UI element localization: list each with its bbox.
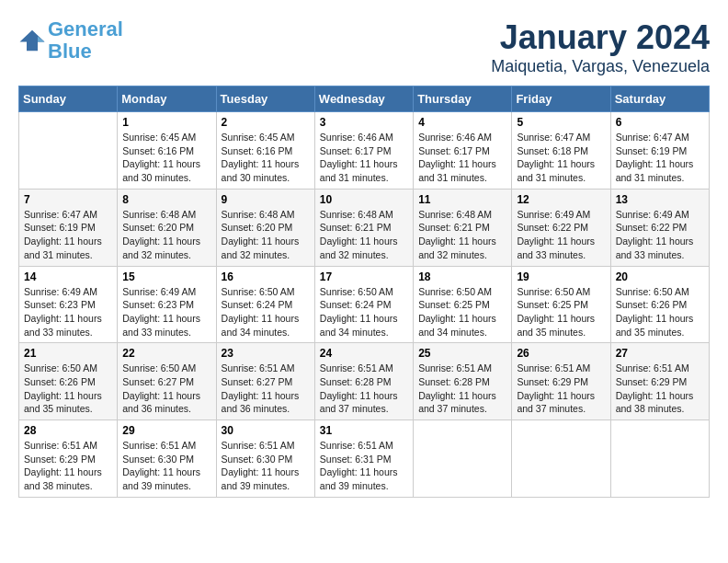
calendar-cell: 26Sunrise: 6:51 AMSunset: 6:29 PMDayligh… [512, 343, 610, 420]
day-info: Sunrise: 6:50 AMSunset: 6:24 PMDaylight:… [222, 285, 310, 339]
calendar-cell: 5Sunrise: 6:47 AMSunset: 6:18 PMDaylight… [512, 112, 610, 190]
calendar-cell: 12Sunrise: 6:49 AMSunset: 6:22 PMDayligh… [512, 189, 610, 266]
day-info: Sunrise: 6:46 AMSunset: 6:17 PMDaylight:… [418, 131, 506, 185]
calendar-cell: 6Sunrise: 6:47 AMSunset: 6:19 PMDaylight… [610, 112, 709, 190]
day-number: 18 [418, 270, 506, 283]
logo: General Blue [18, 18, 123, 63]
logo-icon [18, 27, 46, 54]
calendar-cell [512, 420, 610, 498]
day-number: 26 [517, 347, 605, 360]
calendar-cell [610, 420, 709, 498]
calendar-week-row: 7Sunrise: 6:47 AMSunset: 6:19 PMDaylight… [19, 189, 710, 266]
calendar-week-row: 1Sunrise: 6:45 AMSunset: 6:16 PMDaylight… [19, 112, 710, 190]
calendar-week-row: 28Sunrise: 6:51 AMSunset: 6:29 PMDayligh… [19, 420, 710, 498]
calendar-cell: 17Sunrise: 6:50 AMSunset: 6:24 PMDayligh… [314, 266, 413, 343]
calendar-subtitle: Maiquetia, Vargas, Venezuela [491, 57, 710, 76]
calendar-cell: 8Sunrise: 6:48 AMSunset: 6:20 PMDaylight… [118, 189, 216, 266]
weekday-header-wednesday: Wednesday [314, 86, 413, 112]
calendar-cell: 29Sunrise: 6:51 AMSunset: 6:30 PMDayligh… [118, 420, 216, 498]
calendar-cell: 9Sunrise: 6:48 AMSunset: 6:20 PMDaylight… [216, 189, 314, 266]
weekday-header-monday: Monday [118, 86, 216, 112]
calendar-cell: 13Sunrise: 6:49 AMSunset: 6:22 PMDayligh… [610, 189, 709, 266]
calendar-cell: 14Sunrise: 6:49 AMSunset: 6:23 PMDayligh… [19, 266, 118, 343]
day-info: Sunrise: 6:49 AMSunset: 6:23 PMDaylight:… [24, 285, 112, 339]
day-number: 7 [24, 193, 112, 206]
day-info: Sunrise: 6:48 AMSunset: 6:21 PMDaylight:… [320, 208, 408, 262]
day-info: Sunrise: 6:49 AMSunset: 6:22 PMDaylight:… [616, 208, 704, 262]
calendar-cell: 1Sunrise: 6:45 AMSunset: 6:16 PMDaylight… [118, 112, 216, 190]
day-number: 25 [418, 347, 506, 360]
calendar-cell [19, 112, 118, 190]
day-info: Sunrise: 6:51 AMSunset: 6:28 PMDaylight:… [320, 362, 408, 416]
calendar-cell: 31Sunrise: 6:51 AMSunset: 6:31 PMDayligh… [314, 420, 413, 498]
day-info: Sunrise: 6:50 AMSunset: 6:24 PMDaylight:… [320, 285, 408, 339]
day-number: 9 [222, 193, 310, 206]
calendar-table: SundayMondayTuesdayWednesdayThursdayFrid… [18, 86, 710, 498]
day-number: 16 [222, 270, 310, 283]
title-block: January 2024 Maiquetia, Vargas, Venezuel… [491, 18, 710, 76]
calendar-week-row: 14Sunrise: 6:49 AMSunset: 6:23 PMDayligh… [19, 266, 710, 343]
calendar-cell: 23Sunrise: 6:51 AMSunset: 6:27 PMDayligh… [216, 343, 314, 420]
calendar-cell: 24Sunrise: 6:51 AMSunset: 6:28 PMDayligh… [314, 343, 413, 420]
day-number: 19 [517, 270, 605, 283]
day-info: Sunrise: 6:48 AMSunset: 6:20 PMDaylight:… [222, 208, 310, 262]
day-info: Sunrise: 6:51 AMSunset: 6:28 PMDaylight:… [418, 362, 506, 416]
day-number: 27 [616, 347, 704, 360]
calendar-cell: 11Sunrise: 6:48 AMSunset: 6:21 PMDayligh… [414, 189, 512, 266]
day-number: 1 [122, 116, 210, 129]
day-info: Sunrise: 6:51 AMSunset: 6:31 PMDaylight:… [320, 439, 408, 493]
day-info: Sunrise: 6:49 AMSunset: 6:22 PMDaylight:… [517, 208, 605, 262]
day-number: 2 [222, 116, 310, 129]
day-info: Sunrise: 6:50 AMSunset: 6:26 PMDaylight:… [24, 362, 112, 416]
day-info: Sunrise: 6:45 AMSunset: 6:16 PMDaylight:… [222, 131, 310, 185]
day-info: Sunrise: 6:50 AMSunset: 6:25 PMDaylight:… [418, 285, 506, 339]
day-info: Sunrise: 6:46 AMSunset: 6:17 PMDaylight:… [320, 131, 408, 185]
calendar-cell: 19Sunrise: 6:50 AMSunset: 6:25 PMDayligh… [512, 266, 610, 343]
calendar-cell: 3Sunrise: 6:46 AMSunset: 6:17 PMDaylight… [314, 112, 413, 190]
weekday-header-thursday: Thursday [414, 86, 512, 112]
day-info: Sunrise: 6:51 AMSunset: 6:30 PMDaylight:… [222, 439, 310, 493]
logo-text: General Blue [48, 18, 123, 63]
page-header: General Blue January 2024 Maiquetia, Var… [18, 18, 710, 76]
day-number: 21 [24, 347, 112, 360]
day-number: 11 [418, 193, 506, 206]
calendar-cell: 30Sunrise: 6:51 AMSunset: 6:30 PMDayligh… [216, 420, 314, 498]
calendar-cell: 10Sunrise: 6:48 AMSunset: 6:21 PMDayligh… [314, 189, 413, 266]
weekday-header-friday: Friday [512, 86, 610, 112]
day-info: Sunrise: 6:51 AMSunset: 6:27 PMDaylight:… [222, 362, 310, 416]
day-info: Sunrise: 6:51 AMSunset: 6:29 PMDaylight:… [517, 362, 605, 416]
weekday-header-tuesday: Tuesday [216, 86, 314, 112]
day-info: Sunrise: 6:45 AMSunset: 6:16 PMDaylight:… [122, 131, 210, 185]
day-number: 17 [320, 270, 408, 283]
day-number: 6 [616, 116, 704, 129]
calendar-week-row: 21Sunrise: 6:50 AMSunset: 6:26 PMDayligh… [19, 343, 710, 420]
day-number: 8 [122, 193, 210, 206]
calendar-cell: 7Sunrise: 6:47 AMSunset: 6:19 PMDaylight… [19, 189, 118, 266]
day-number: 29 [122, 424, 210, 437]
calendar-cell: 21Sunrise: 6:50 AMSunset: 6:26 PMDayligh… [19, 343, 118, 420]
day-info: Sunrise: 6:50 AMSunset: 6:25 PMDaylight:… [517, 285, 605, 339]
calendar-cell: 15Sunrise: 6:49 AMSunset: 6:23 PMDayligh… [118, 266, 216, 343]
day-info: Sunrise: 6:47 AMSunset: 6:18 PMDaylight:… [517, 131, 605, 185]
day-number: 30 [222, 424, 310, 437]
day-info: Sunrise: 6:50 AMSunset: 6:26 PMDaylight:… [616, 285, 704, 339]
day-info: Sunrise: 6:51 AMSunset: 6:29 PMDaylight:… [616, 362, 704, 416]
calendar-cell [414, 420, 512, 498]
calendar-cell: 20Sunrise: 6:50 AMSunset: 6:26 PMDayligh… [610, 266, 709, 343]
day-number: 20 [616, 270, 704, 283]
day-number: 5 [517, 116, 605, 129]
day-info: Sunrise: 6:51 AMSunset: 6:30 PMDaylight:… [122, 439, 210, 493]
weekday-header-saturday: Saturday [610, 86, 709, 112]
day-info: Sunrise: 6:48 AMSunset: 6:21 PMDaylight:… [418, 208, 506, 262]
calendar-header-row: SundayMondayTuesdayWednesdayThursdayFrid… [19, 86, 710, 112]
calendar-cell: 4Sunrise: 6:46 AMSunset: 6:17 PMDaylight… [414, 112, 512, 190]
day-info: Sunrise: 6:48 AMSunset: 6:20 PMDaylight:… [122, 208, 210, 262]
day-number: 14 [24, 270, 112, 283]
day-info: Sunrise: 6:49 AMSunset: 6:23 PMDaylight:… [122, 285, 210, 339]
day-number: 23 [222, 347, 310, 360]
day-number: 3 [320, 116, 408, 129]
calendar-cell: 28Sunrise: 6:51 AMSunset: 6:29 PMDayligh… [19, 420, 118, 498]
day-info: Sunrise: 6:47 AMSunset: 6:19 PMDaylight:… [24, 208, 112, 262]
weekday-header-sunday: Sunday [19, 86, 118, 112]
day-info: Sunrise: 6:51 AMSunset: 6:29 PMDaylight:… [24, 439, 112, 493]
